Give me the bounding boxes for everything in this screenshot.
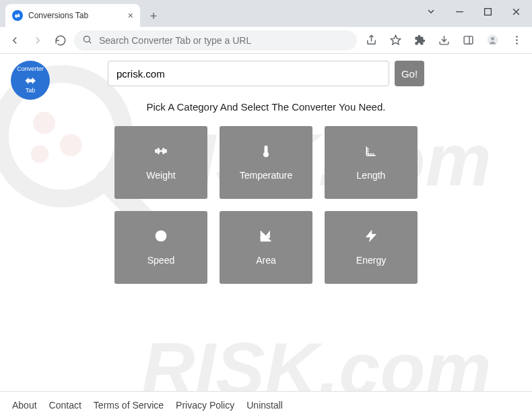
category-grid: Weight Temperature Length Speed [114, 126, 418, 284]
minimize-button[interactable] [447, 1, 471, 22]
converter-tab-logo[interactable]: Converter ⬌ Tab [11, 61, 50, 100]
main-content: Go! Pick A Category And Select The Conve… [108, 61, 424, 284]
subtitle-text: Pick A Category And Select The Converter… [147, 101, 386, 113]
tile-energy[interactable]: Energy [325, 211, 418, 284]
svg-point-18 [33, 112, 55, 134]
svg-rect-24 [165, 150, 167, 153]
address-bar[interactable] [74, 30, 357, 51]
svg-point-14 [516, 39, 518, 41]
browser-tab[interactable]: ⇄ Conversions Tab × [5, 4, 140, 27]
search-icon [82, 34, 92, 47]
kebab-menu-icon[interactable] [506, 30, 527, 51]
page-content: RISK.com RISK.com Converter ⬌ Tab Go! Pi… [0, 54, 532, 391]
footer-link-contact[interactable]: Contact [49, 400, 81, 411]
tile-speed[interactable]: Speed [114, 211, 207, 284]
tab-favicon-icon: ⇄ [12, 10, 23, 21]
svg-point-4 [84, 36, 90, 42]
speed-icon [154, 229, 168, 245]
tile-label: Area [256, 255, 276, 266]
window-controls [419, 1, 528, 22]
reload-button[interactable] [51, 31, 70, 50]
tile-label: Energy [356, 255, 386, 266]
share-icon[interactable] [361, 30, 381, 51]
tab-close-icon[interactable]: × [128, 10, 133, 21]
svg-point-15 [516, 42, 518, 44]
close-window-button[interactable] [504, 1, 528, 22]
svg-point-28 [265, 154, 267, 156]
maximize-button[interactable] [475, 1, 500, 22]
svg-marker-32 [366, 231, 376, 242]
tile-label: Speed [147, 255, 174, 266]
go-button[interactable]: Go! [395, 61, 424, 86]
footer-link-about[interactable]: About [12, 400, 37, 411]
tile-label: Weight [146, 170, 175, 181]
tab-title: Conversions Tab [28, 11, 88, 20]
extensions-icon[interactable] [409, 30, 430, 51]
tile-label: Temperature [240, 170, 293, 181]
tile-label: Length [357, 170, 386, 181]
ruler-icon [364, 144, 378, 160]
browser-toolbar [0, 27, 532, 54]
footer: About Contact Terms of Service Privacy P… [0, 391, 532, 418]
panel-icon[interactable] [458, 30, 478, 51]
logo-text-bottom: Tab [26, 88, 36, 94]
search-input[interactable] [108, 61, 389, 86]
address-input[interactable] [99, 35, 349, 46]
downloads-icon[interactable] [434, 30, 454, 51]
forward-button[interactable] [28, 31, 47, 50]
svg-rect-9 [464, 36, 473, 44]
footer-link-terms[interactable]: Terms of Service [94, 400, 164, 411]
tile-weight[interactable]: Weight [114, 126, 207, 199]
svg-point-20 [31, 145, 48, 162]
footer-link-uninstall[interactable]: Uninstall [246, 400, 283, 411]
back-button[interactable] [5, 31, 24, 50]
svg-text:RISK.com: RISK.com [141, 327, 492, 391]
new-tab-button[interactable]: + [144, 7, 163, 26]
tile-temperature[interactable]: Temperature [220, 126, 312, 199]
bookmark-star-icon[interactable] [385, 30, 405, 51]
svg-marker-7 [391, 35, 400, 44]
thermometer-icon [259, 144, 273, 160]
tile-area[interactable]: Area [220, 211, 312, 284]
svg-rect-1 [484, 8, 491, 15]
profile-icon[interactable] [482, 30, 502, 51]
svg-line-5 [89, 41, 91, 43]
chevron-down-icon[interactable] [419, 1, 443, 22]
svg-point-12 [491, 37, 494, 40]
swap-arrow-icon: ⬌ [25, 73, 36, 87]
svg-point-31 [160, 235, 162, 237]
svg-rect-27 [160, 150, 163, 152]
browser-titlebar: ⇄ Conversions Tab × + [0, 0, 532, 27]
area-icon [259, 229, 273, 245]
footer-link-privacy[interactable]: Privacy Policy [176, 400, 234, 411]
svg-point-13 [516, 36, 518, 38]
search-row: Go! [108, 61, 424, 86]
energy-icon [364, 229, 378, 245]
weight-icon [154, 144, 168, 160]
svg-point-19 [60, 134, 82, 156]
logo-text-top: Converter [17, 66, 44, 73]
tile-length[interactable]: Length [325, 126, 418, 199]
svg-rect-23 [156, 150, 158, 153]
